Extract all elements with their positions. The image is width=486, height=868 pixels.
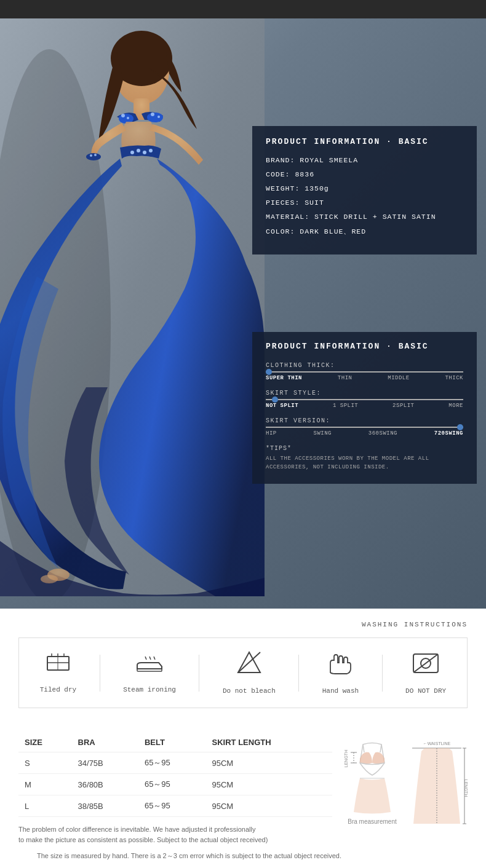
bra-m: 36/80B — [72, 774, 138, 795]
no-bleach-label: Do not bleach — [223, 687, 276, 695]
svg-point-11 — [130, 151, 134, 154]
belt-l: 65～95 — [138, 795, 206, 817]
svg-line-35 — [363, 744, 364, 752]
table-row: S 34/75B 65～95 95CM — [18, 752, 332, 774]
skirt-l: 95CM — [206, 795, 332, 817]
no-bleach-icon — [236, 650, 262, 681]
tiled-dry-label: Tiled dry — [40, 685, 76, 694]
no-dry-label: DO NOT DRY — [405, 687, 446, 695]
skirt-style-options: NOT SPLIT 1 SPLIT 2SPLIT MORE — [266, 403, 463, 409]
svg-point-15 — [86, 153, 101, 160]
header-skirt: SKIRT LENGTH — [206, 733, 332, 752]
color-value: DARK BLUE、RED — [300, 227, 366, 235]
table-row: M 36/80B 65～95 95CM — [18, 774, 332, 795]
svg-point-8 — [127, 117, 129, 119]
size-table-area: SIZE BRA BELT SKIRT LENGTH S 34/75B 65～9… — [18, 733, 468, 845]
size-m: M — [18, 774, 72, 795]
svg-point-9 — [151, 112, 154, 116]
panel2-title: PRODUCT INFORMATION · BASIC — [266, 342, 463, 351]
clothing-thick-slider — [266, 371, 463, 373]
clothing-thick-dot — [266, 369, 272, 375]
hero-section: PRODUCT INFORMATION · BASIC BRAND: ROYAL… — [0, 18, 486, 609]
svg-point-14 — [149, 149, 153, 152]
size-diagrams: LENGTH Bra measurement ←WAISTLINE — [345, 733, 468, 825]
svg-line-28 — [149, 657, 151, 660]
weight-row: WEIGHT: 1350g — [266, 184, 463, 192]
code-row: CODE: 8836 — [266, 170, 463, 178]
option-not-split: NOT SPLIT — [266, 403, 298, 409]
tips-title: *TIPS* — [266, 445, 463, 452]
svg-point-12 — [137, 149, 140, 152]
steam-ironing-label: Steam ironing — [123, 685, 176, 694]
tips-text: ALL THE ACCESSORIES WORN BY THE MODEL AR… — [266, 455, 463, 471]
svg-line-29 — [154, 657, 155, 660]
steam-ironing-icon — [134, 652, 165, 679]
product-info-panel-2: PRODUCT INFORMATION · BASIC CLOTHING THI… — [252, 332, 477, 484]
pieces-value: SUIT — [305, 199, 324, 207]
washing-title: WASHING INSTRUCTIONS — [18, 621, 468, 628]
size-data-table: SIZE BRA BELT SKIRT LENGTH S 34/75B 65～9… — [18, 733, 332, 817]
option-thick: THICK — [445, 375, 463, 381]
skirt-version-label: SKIRT VERSION: — [266, 417, 463, 424]
clothing-thick-row: CLOTHING THICK: SUPER THIN THIN MIDDLE T… — [266, 362, 463, 381]
top-bar — [0, 0, 486, 18]
code-label: CODE: — [266, 170, 290, 178]
bra-l: 38/85B — [72, 795, 138, 817]
svg-rect-26 — [137, 669, 162, 671]
skirt-version-dot — [457, 424, 463, 430]
tiled-dry-icon — [44, 652, 72, 679]
wash-divider-3 — [298, 655, 299, 692]
header-bra: BRA — [72, 733, 138, 752]
washing-box: Tiled dry Steam ironing — [18, 637, 468, 708]
color-row: COLOR: DARK BLUE、RED — [266, 227, 463, 236]
option-swing: SWING — [313, 430, 332, 436]
wash-item-no-dry: DO NOT DRY — [405, 650, 446, 695]
svg-line-34 — [413, 654, 438, 673]
option-thin: THIN — [338, 375, 353, 381]
color-label: COLOR: — [266, 227, 295, 235]
skirt-version-slider — [266, 427, 463, 428]
svg-point-6 — [147, 112, 163, 122]
option-middle: MIDDLE — [388, 375, 409, 381]
brand-value: ROYAL SMEELA — [300, 156, 358, 164]
option-360swing: 360SWING — [368, 430, 397, 436]
clothing-thick-track — [266, 371, 463, 373]
skirt-version-track — [266, 427, 463, 428]
belt-s: 65～95 — [138, 752, 206, 774]
wash-divider-2 — [199, 655, 199, 692]
size-section: SIZE BRA BELT SKIRT LENGTH S 34/75B 65～9… — [0, 720, 486, 868]
wash-divider-4 — [382, 655, 383, 692]
option-super-thin: SUPER THIN — [266, 375, 302, 381]
code-value: 8836 — [295, 170, 314, 178]
size-s: S — [18, 752, 72, 774]
washing-section: WASHING INSTRUCTIONS Tiled dry — [0, 609, 486, 720]
skirt-style-label: SKIRT STYLE: — [266, 390, 463, 397]
header-size: SIZE — [18, 733, 72, 752]
svg-point-16 — [90, 154, 92, 157]
size-note-1: The problem of color difference is inevi… — [18, 824, 332, 845]
pieces-label: PIECES: — [266, 199, 300, 207]
material-row: MATERIAL: STICK DRILL + SATIN SATIN — [266, 213, 463, 221]
tips-section: *TIPS* ALL THE ACCESSORIES WORN BY THE M… — [266, 445, 463, 471]
svg-text:LENGTH: LENGTH — [464, 779, 468, 797]
option-2split: 2SPLIT — [392, 403, 414, 409]
svg-line-31 — [238, 652, 260, 673]
bra-s: 34/75B — [72, 752, 138, 774]
svg-text:LENGTH: LENGTH — [345, 750, 348, 767]
svg-line-36 — [380, 744, 381, 752]
skirt-style-row: SKIRT STYLE: NOT SPLIT 1 SPLIT 2SPLIT MO… — [266, 390, 463, 409]
skirt-style-dot — [272, 397, 278, 403]
option-720swing: 720SWING — [434, 430, 463, 436]
material-label: MATERIAL: — [266, 213, 309, 221]
skirt-version-options: HIP SWING 360SWING 720SWING — [266, 430, 463, 436]
panel1-title: PRODUCT INFORMATION · BASIC — [266, 137, 463, 146]
svg-point-10 — [157, 116, 160, 118]
svg-point-13 — [143, 151, 146, 154]
size-l: L — [18, 795, 72, 817]
size-note-2: The size is measured by hand. There is a… — [18, 851, 468, 861]
option-hip: HIP — [266, 430, 277, 436]
svg-point-7 — [121, 114, 125, 117]
wash-item-no-bleach: Do not bleach — [223, 650, 276, 695]
skirt-version-row: SKIRT VERSION: HIP SWING 360SWING 720SWI… — [266, 417, 463, 436]
size-table: SIZE BRA BELT SKIRT LENGTH S 34/75B 65～9… — [18, 733, 332, 845]
